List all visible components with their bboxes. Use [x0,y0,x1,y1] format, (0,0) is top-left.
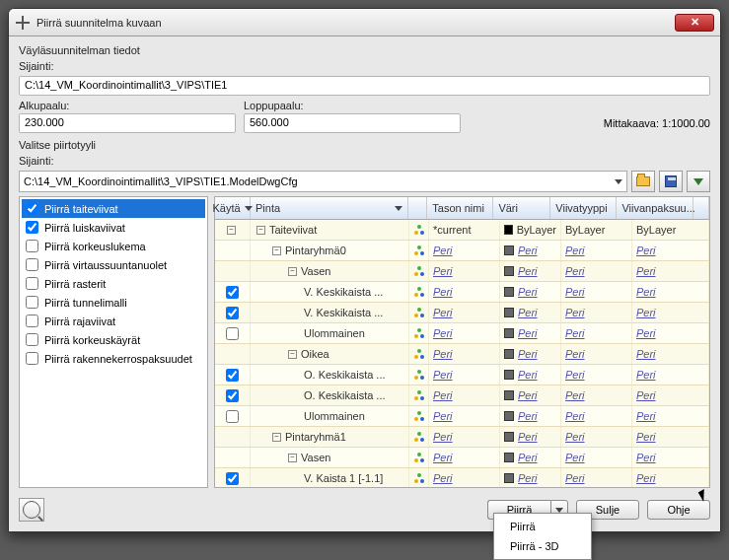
grid-body[interactable]: −− Taiteviivat*currentByLayerByLayerByLa… [215,220,709,487]
cell-icon[interactable] [409,220,429,240]
cell-viiva[interactable]: Peri [561,427,632,447]
tree-toggle-icon[interactable]: − [272,433,281,442]
row-checkbox[interactable] [226,472,239,485]
cell-use[interactable] [215,365,251,385]
cell-icon[interactable] [409,303,429,322]
cell-viiva[interactable]: Peri [561,241,632,260]
cell-viiva[interactable]: Peri [561,385,632,405]
draw-option-checkbox[interactable] [26,315,38,327]
cell-icon[interactable] [409,406,429,426]
table-row[interactable]: V. Keskikaista ...PeriPeriPeriPeri [215,282,709,303]
draw-option-checkbox[interactable] [26,333,38,346]
cell-pinta[interactable]: V. Kaista 1 [-1.1] [251,468,409,487]
cell-tason[interactable]: Peri [429,468,500,487]
cell-tason[interactable]: Peri [429,241,500,260]
cell-icon[interactable] [409,282,429,302]
draw-option-checkbox[interactable] [26,352,38,365]
cell-viiva[interactable]: Peri [561,468,632,487]
cell-vari[interactable]: Peri [500,365,561,385]
draw-option-item[interactable]: Piirrä rasterit [22,274,205,293]
row-checkbox[interactable] [226,286,239,299]
cell-tason[interactable]: Peri [429,282,500,302]
table-row[interactable]: UlommainenPeriPeriPeriPeri [215,323,709,344]
row-checkbox[interactable] [226,307,239,319]
table-row[interactable]: O. Keskikaista ...PeriPeriPeriPeri [215,385,709,406]
cell-use[interactable] [215,344,251,364]
draw-option-item[interactable]: Piirrä taiteviivat [22,199,205,218]
col-viiva[interactable]: Viivatyyppi [550,197,617,219]
cell-pinta[interactable]: O. Keskikaista ... [251,365,409,385]
cell-viiva[interactable]: Peri [561,365,632,385]
cell-viiva[interactable]: Peri [561,282,632,302]
cell-paks[interactable]: Peri [632,241,709,260]
cell-pinta[interactable]: − Taiteviivat [251,220,409,240]
col-pinta[interactable]: Pinta [251,197,408,219]
draw-option-item[interactable]: Piirrä rakennekerrospaksuudet [22,349,205,368]
cell-tason[interactable]: Peri [429,385,500,405]
cell-pinta[interactable]: Ulommainen [251,406,409,426]
row-checkbox[interactable] [226,327,239,340]
table-row[interactable]: V. Keskikaista ...PeriPeriPeriPeri [215,303,709,323]
row-checkbox[interactable] [226,389,239,402]
draw-option-item[interactable]: Piirrä korkeuskäyrät [22,330,205,349]
cell-tason[interactable]: Peri [429,365,500,385]
cell-pinta[interactable]: − Vasen [251,448,409,467]
cell-viiva[interactable]: ByLayer [561,220,632,240]
cell-use[interactable] [215,241,251,260]
table-row[interactable]: V. Kaista 1 [-1.1]PeriPeriPeriPeri [215,468,709,487]
cell-tason[interactable]: Peri [429,427,500,447]
row-checkbox[interactable] [226,410,239,423]
cell-tason[interactable]: *current [429,220,500,240]
tree-toggle-icon[interactable]: − [288,267,297,276]
cell-icon[interactable] [409,365,429,385]
cell-vari[interactable]: Peri [500,261,561,281]
cell-pinta[interactable]: V. Keskikaista ... [251,303,409,322]
col-vari[interactable]: Väri [493,197,550,219]
cell-pinta[interactable]: − Pintaryhmä0 [251,241,409,260]
cell-tason[interactable]: Peri [429,406,500,426]
cell-paks[interactable]: Peri [632,303,709,322]
cell-use[interactable]: − [215,220,251,240]
cell-pinta[interactable]: − Oikea [251,344,409,364]
draw-option-checkbox[interactable] [26,202,38,215]
table-row[interactable]: − VasenPeriPeriPeriPeri [215,261,709,282]
cell-viiva[interactable]: Peri [561,323,632,343]
draw-option-item[interactable]: Piirrä tunnelimalli [22,293,205,312]
table-row[interactable]: O. Keskikaista ...PeriPeriPeriPeri [215,365,709,385]
draw-option-checkbox[interactable] [26,258,38,271]
col-paks[interactable]: Viivanpaksuu... [617,197,693,219]
cell-icon[interactable] [409,261,429,281]
tree-toggle-icon[interactable]: − [288,454,297,462]
cell-vari[interactable]: Peri [500,385,561,405]
draw-option-item[interactable]: Piirrä luiskaviivat [22,218,205,237]
cell-paks[interactable]: Peri [632,427,709,447]
location-input[interactable]: C:\14_VM_Koordinointimallit\3_VIPS\TIE1 [19,76,710,96]
import-button[interactable] [687,171,710,192]
cell-vari[interactable]: Peri [500,448,561,467]
cell-vari[interactable]: Peri [500,344,561,364]
cell-use[interactable] [215,448,251,467]
start-station-input[interactable]: 230.000 [19,113,236,133]
cell-vari[interactable]: Peri [500,323,561,343]
cell-vari[interactable]: Peri [500,282,561,302]
draw-option-checkbox[interactable] [26,296,38,309]
table-row[interactable]: − VasenPeriPeriPeriPeri [215,448,709,468]
cell-use[interactable] [215,406,251,426]
cell-pinta[interactable]: V. Keskikaista ... [251,282,409,302]
draw-option-item[interactable]: Piirrä rajaviivat [22,312,205,330]
cell-viiva[interactable]: Peri [561,344,632,364]
cell-icon[interactable] [409,427,429,447]
table-row[interactable]: −− Taiteviivat*currentByLayerByLayerByLa… [215,220,709,241]
cell-paks[interactable]: Peri [632,282,709,302]
open-folder-button[interactable] [631,171,655,192]
cell-use[interactable] [215,323,251,343]
cell-icon[interactable] [409,448,429,467]
cell-tason[interactable]: Peri [429,261,500,281]
cell-tason[interactable]: Peri [429,448,500,467]
cell-viiva[interactable]: Peri [561,261,632,281]
cell-icon[interactable] [409,241,429,260]
cell-paks[interactable]: Peri [632,323,709,343]
cell-paks[interactable]: Peri [632,468,709,487]
table-row[interactable]: − Pintaryhmä0PeriPeriPeriPeri [215,241,709,261]
table-row[interactable]: − Pintaryhmä1PeriPeriPeriPeri [215,427,709,448]
